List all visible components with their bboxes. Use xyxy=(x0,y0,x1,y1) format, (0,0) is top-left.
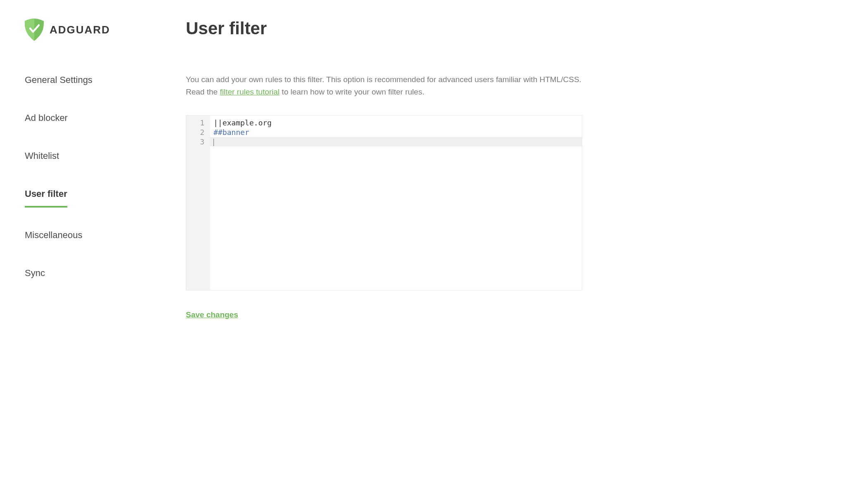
sidebar-item-whitelist[interactable]: Whitelist xyxy=(25,146,59,166)
sidebar-item-ad-blocker[interactable]: Ad blocker xyxy=(25,108,68,128)
sidebar-item-general-settings[interactable]: General Settings xyxy=(25,70,92,90)
code-line[interactable]: ##banner xyxy=(210,128,582,137)
save-changes-link[interactable]: Save changes xyxy=(186,310,238,319)
brand-logo: ADGUARD xyxy=(25,19,165,41)
line-number: 1 xyxy=(189,118,204,128)
line-number: 2 xyxy=(189,128,204,137)
sidebar-item-miscellaneous[interactable]: Miscellaneous xyxy=(25,225,82,246)
sidebar-item-sync[interactable]: Sync xyxy=(25,263,45,283)
line-number: 3 xyxy=(189,137,204,146)
code-token: example.org xyxy=(223,118,272,127)
shield-check-icon xyxy=(25,19,44,41)
code-token: || xyxy=(213,118,223,127)
code-area[interactable]: ||example.org##banner xyxy=(210,116,582,290)
sidebar: ADGUARD General Settings Ad blocker Whit… xyxy=(25,19,165,458)
page-title: User filter xyxy=(186,19,582,38)
desc-text-after: to learn how to write your own filter ru… xyxy=(280,87,425,96)
text-cursor-icon xyxy=(213,139,214,146)
sidebar-item-user-filter[interactable]: User filter xyxy=(25,184,67,208)
page-description: You can add your own rules to this filte… xyxy=(186,73,582,99)
sidebar-nav: General Settings Ad blocker Whitelist Us… xyxy=(25,70,165,301)
filter-rules-tutorial-link[interactable]: filter rules tutorial xyxy=(220,87,280,96)
main-content: User filter You can add your own rules t… xyxy=(186,19,582,458)
code-line[interactable] xyxy=(210,137,582,146)
code-token: banner xyxy=(223,128,249,137)
code-token: ## xyxy=(213,128,223,137)
code-line[interactable]: ||example.org xyxy=(210,118,582,128)
brand-name: ADGUARD xyxy=(50,24,110,36)
code-editor[interactable]: 1 2 3 ||example.org##banner xyxy=(186,115,582,290)
line-number-gutter: 1 2 3 xyxy=(186,116,210,290)
